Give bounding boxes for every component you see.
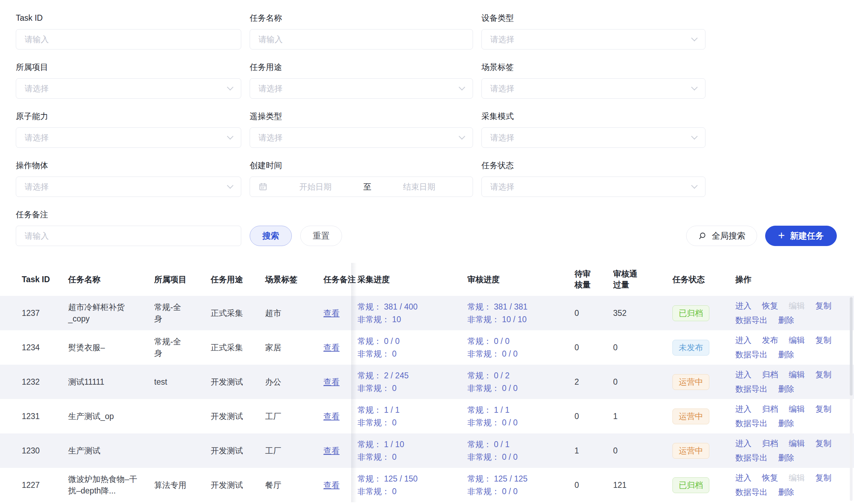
field-label: 任务状态	[481, 160, 705, 171]
action-edit-link[interactable]: 编辑	[789, 404, 805, 415]
scrollbar-thumb[interactable]	[850, 297, 853, 396]
create-time-range-input[interactable]: 开始日期 至 结束日期	[250, 177, 473, 197]
field-label: 任务用途	[250, 62, 473, 72]
select-placeholder: 请选择	[25, 83, 228, 94]
search-button[interactable]: 搜索	[250, 226, 292, 246]
action-enter-link[interactable]: 进入	[735, 472, 751, 483]
column-header-actions: 操作	[735, 274, 854, 285]
field-label: 遥操类型	[250, 111, 473, 121]
view-remark-link[interactable]: 查看	[323, 377, 340, 386]
column-header-task-purpose: 任务用途	[211, 274, 265, 285]
cell-pending-count: 1	[574, 445, 613, 457]
global-search-button[interactable]: 全局搜索	[686, 226, 757, 246]
action-delete-link[interactable]: 删除	[778, 452, 794, 463]
cell-scene: 工厂	[265, 411, 323, 422]
operate-object-select[interactable]: 请选择	[16, 177, 241, 197]
action-export-link[interactable]: 数据导出	[735, 418, 768, 429]
action-delete-link[interactable]: 删除	[778, 349, 794, 360]
field-teleop-type: 遥操类型 请选择	[250, 111, 473, 148]
cell-scene: 家居	[265, 342, 323, 353]
cell-actions: 进入归档编辑复制数据导出删除	[735, 438, 854, 463]
action-edit-link[interactable]: 编辑	[789, 369, 805, 380]
action-export-link[interactable]: 数据导出	[735, 487, 768, 498]
action-export-link[interactable]: 数据导出	[735, 452, 768, 463]
column-header-review-progress: 审核进度	[467, 274, 574, 285]
task-purpose-select[interactable]: 请选择	[250, 78, 473, 99]
new-task-button[interactable]: + 新建任务	[765, 226, 837, 246]
action-archive-link[interactable]: 归档	[762, 369, 778, 380]
field-task-remark: 任务备注 请输入	[16, 209, 241, 246]
action-copy-link[interactable]: 复制	[815, 404, 832, 415]
scene-tag-select[interactable]: 请选择	[481, 78, 705, 99]
cell-scene: 超市	[265, 307, 323, 319]
table-row: 1237 超市冷鲜柜补货_copy 常规-全身 正式采集 超市 查看 常规： 3…	[0, 296, 854, 330]
action-restore-link[interactable]: 恢复	[762, 472, 778, 483]
task-id-input[interactable]: 请输入	[16, 29, 241, 49]
teleop-type-select[interactable]: 请选择	[250, 127, 473, 148]
action-copy-link[interactable]: 复制	[815, 335, 832, 346]
action-delete-link[interactable]: 删除	[778, 418, 794, 429]
action-restore-link[interactable]: 恢复	[762, 300, 778, 311]
atomic-ability-select[interactable]: 请选择	[16, 127, 241, 148]
action-export-link[interactable]: 数据导出	[735, 384, 768, 394]
action-enter-link[interactable]: 进入	[735, 335, 751, 346]
table-header-row: Task ID任务名称所属项目任务用途场景标签任务备注采集进度审核进度待审核量审…	[0, 263, 854, 296]
action-enter-link[interactable]: 进入	[735, 438, 751, 449]
view-remark-link[interactable]: 查看	[323, 412, 340, 421]
action-publish-link[interactable]: 发布	[762, 335, 778, 346]
action-enter-link[interactable]: 进入	[735, 300, 751, 311]
start-date-placeholder[interactable]: 开始日期	[270, 181, 361, 192]
action-copy-link[interactable]: 复制	[815, 438, 832, 449]
collect-mode-select[interactable]: 请选择	[481, 127, 705, 148]
collect-irregular-line: 非常规： 0	[357, 347, 458, 360]
chevron-down-icon	[691, 35, 697, 41]
chevron-down-icon	[691, 182, 697, 188]
action-copy-link[interactable]: 复制	[815, 472, 832, 483]
task-name-input[interactable]: 请输入	[250, 29, 473, 49]
action-copy-link[interactable]: 复制	[815, 369, 832, 380]
cell-project: 常规-全身	[154, 336, 211, 359]
project-select[interactable]: 请选择	[16, 78, 241, 99]
action-archive-link[interactable]: 归档	[762, 438, 778, 449]
table-scrollbar[interactable]	[850, 297, 853, 501]
chevron-down-icon	[691, 84, 697, 90]
review-regular-line: 常规： 1 / 1	[467, 404, 565, 416]
device-type-select[interactable]: 请选择	[481, 29, 705, 49]
select-placeholder: 请选择	[25, 132, 228, 143]
action-delete-link[interactable]: 删除	[778, 487, 794, 498]
cell-task-id: 1232	[0, 376, 68, 388]
action-archive-link[interactable]: 归档	[762, 404, 778, 415]
view-remark-link[interactable]: 查看	[323, 446, 340, 455]
column-header-task-status: 任务状态	[672, 274, 735, 285]
cell-review-progress: 常规： 0 / 0 非常规： 0 / 0	[467, 335, 574, 360]
task-status-select[interactable]: 请选择	[481, 177, 705, 197]
action-export-link[interactable]: 数据导出	[735, 315, 768, 326]
cell-actions: 进入发布编辑复制数据导出删除	[735, 335, 854, 360]
cell-pending-count: 0	[574, 479, 613, 491]
action-delete-link[interactable]: 删除	[778, 315, 794, 326]
action-copy-link[interactable]: 复制	[815, 300, 832, 311]
date-separator: 至	[361, 181, 374, 192]
column-header-pending-review: 待审核量	[574, 268, 613, 290]
cell-purpose: 开发测试	[211, 376, 265, 388]
view-remark-link[interactable]: 查看	[323, 309, 340, 318]
reset-button[interactable]: 重置	[300, 226, 342, 246]
chevron-down-icon	[227, 84, 233, 90]
action-enter-link[interactable]: 进入	[735, 404, 751, 415]
action-export-link[interactable]: 数据导出	[735, 349, 768, 360]
action-delete-link[interactable]: 删除	[778, 384, 794, 394]
task-remark-input[interactable]: 请输入	[16, 226, 241, 246]
action-edit-link[interactable]: 编辑	[789, 335, 805, 346]
end-date-placeholder[interactable]: 结束日期	[374, 181, 465, 192]
collect-irregular-line: 非常规： 0	[357, 485, 458, 498]
action-edit-link[interactable]: 编辑	[789, 438, 805, 449]
view-remark-link[interactable]: 查看	[323, 480, 340, 490]
view-remark-link[interactable]: 查看	[323, 343, 340, 352]
collect-regular-line: 常规： 381 / 400	[357, 300, 458, 313]
field-label: Task ID	[16, 13, 241, 23]
status-badge: 已归档	[672, 305, 709, 321]
field-label: 设备类型	[481, 13, 705, 23]
action-enter-link[interactable]: 进入	[735, 369, 751, 380]
table-row: 1227 微波炉加热食物–干扰–depth降... 算法专用 开发测试 餐厅 查…	[0, 468, 854, 502]
filter-grid: Task ID 请输入 任务名称 请输入 设备类型 请选择 所属项目 请选择 任…	[16, 13, 837, 209]
